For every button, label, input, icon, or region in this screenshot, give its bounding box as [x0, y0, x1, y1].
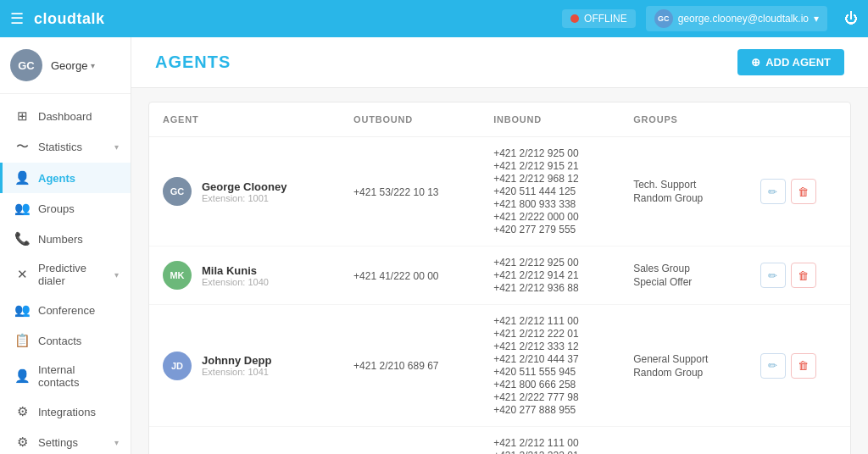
sidebar-user: GC George ▾ [0, 37, 131, 94]
sidebar-item-dashboard[interactable]: ⊞ Dashboard [0, 101, 131, 131]
edit-button[interactable]: ✏ [760, 263, 786, 288]
table-container: AGENT OUTBOUND INBOUND GROUPS GC George … [131, 88, 868, 454]
main-layout: GC George ▾ ⊞ Dashboard 〜 Statistics ▾ 👤… [0, 37, 868, 454]
col-actions [747, 102, 850, 137]
dialer-icon: ✕ [14, 267, 30, 282]
inbound-number: +421 2/212 968 12 [493, 173, 606, 185]
sidebar-username[interactable]: George ▾ [51, 59, 95, 72]
agent-cell: GC George Clooney Extension: 1001 [149, 137, 340, 246]
group-name: Random Group [633, 367, 733, 379]
agent-name: Johnny Depp [202, 354, 271, 367]
sidebar-item-integrations[interactable]: ⚙ Integrations [0, 396, 131, 427]
integrations-icon: ⚙ [14, 404, 30, 419]
table-row: RZ Renee Zellweger Extension: 1004 +421 … [149, 427, 850, 455]
sidebar-item-groups[interactable]: 👥 Groups [0, 193, 131, 224]
sidebar-item-label: Integrations [38, 406, 119, 418]
agent-avatar: GC [163, 177, 192, 206]
inbound-number: +421 2/222 777 98 [493, 391, 606, 403]
outbound-number: +421 53/222 10 13 [353, 186, 438, 198]
power-icon[interactable]: ⏻ [844, 11, 858, 26]
sidebar-item-label: Contacts [38, 335, 119, 347]
sidebar-item-conference[interactable]: 👥 Conference [0, 295, 131, 325]
sidebar: GC George ▾ ⊞ Dashboard 〜 Statistics ▾ 👤… [0, 37, 131, 454]
inbound-number: +420 277 279 555 [493, 224, 606, 235]
edit-button[interactable]: ✏ [760, 353, 786, 379]
topbar: ☰ cloudtalk OFFLINE GC george.clooney@cl… [0, 0, 868, 37]
agent-extension: Extension: 1001 [202, 193, 287, 203]
group-name: Sales Group [633, 263, 733, 274]
agent-cell: JD Johnny Depp Extension: 1041 [149, 305, 340, 427]
menu-icon[interactable]: ☰ [10, 9, 24, 28]
col-outbound: OUTBOUND [340, 102, 480, 137]
actions-cell: ✏ 🗑 [747, 246, 850, 305]
edit-button[interactable]: ✏ [760, 179, 786, 204]
content-header: AGENTS ⊕ ADD AGENT [131, 37, 868, 88]
settings-icon: ⚙ [14, 435, 30, 450]
statistics-icon: 〜 [14, 139, 30, 155]
app-logo: cloudtalk [34, 10, 105, 28]
inbound-cell: +421 2/212 925 00+421 2/212 915 21+421 2… [480, 137, 620, 246]
agent-extension: Extension: 1040 [202, 277, 269, 287]
inbound-number: +421 2/212 914 21 [493, 269, 606, 281]
groups-icon: 👥 [14, 201, 30, 216]
delete-button[interactable]: 🗑 [791, 353, 816, 379]
table-row: GC George Clooney Extension: 1001 +421 5… [149, 137, 850, 246]
outbound-number: +421 41/222 00 00 [353, 270, 438, 282]
user-email: george.clooney@cloudtalk.io [678, 13, 809, 25]
chevron-down-icon: ▾ [114, 438, 119, 447]
actions-cell: ✏ 🗑 [747, 427, 850, 455]
agent-cell: RZ Renee Zellweger Extension: 1004 [149, 427, 340, 455]
sidebar-item-internal-contacts[interactable]: 👤 Internal contacts [0, 356, 131, 396]
outbound-cell: +421 41/222 00 00 [340, 246, 480, 305]
groups-cell: Sales GroupSpecial Offer [620, 246, 747, 305]
sidebar-item-numbers[interactable]: 📞 Numbers [0, 224, 131, 254]
inbound-number: +420 511 444 125 [493, 185, 606, 197]
sidebar-item-contacts[interactable]: 📋 Contacts [0, 325, 131, 356]
sidebar-item-label: Numbers [38, 233, 119, 246]
agent-avatar: JD [163, 352, 192, 380]
add-agent-button[interactable]: ⊕ ADD AGENT [737, 49, 844, 75]
inbound-number: +421 2/212 222 01 [493, 328, 606, 340]
inbound-cell: +421 2/212 111 00+421 2/212 222 01+421 2… [480, 305, 620, 427]
sidebar-item-agents[interactable]: 👤 Agents [0, 163, 131, 193]
chevron-down-icon: ▾ [814, 13, 819, 25]
page-title: AGENTS [155, 53, 231, 72]
inbound-number: +421 2/210 444 37 [493, 353, 606, 365]
agents-table-card: AGENT OUTBOUND INBOUND GROUPS GC George … [148, 102, 851, 454]
inbound-number: +420 277 888 955 [493, 404, 606, 416]
inbound-number: +421 2/212 333 12 [493, 340, 606, 352]
sidebar-item-statistics[interactable]: 〜 Statistics ▾ [0, 131, 131, 163]
inbound-number: +421 2/212 915 21 [493, 160, 606, 172]
delete-button[interactable]: 🗑 [791, 179, 816, 204]
outbound-number: +421 2/210 689 67 [353, 360, 438, 372]
inbound-cell: +421 2/212 111 00+421 2/212 222 01+421 2… [480, 427, 620, 455]
contacts-icon: 📋 [14, 333, 30, 348]
agent-extension: Extension: 1041 [202, 367, 271, 377]
agent-avatar: MK [163, 261, 192, 290]
agent-icon: 👤 [14, 170, 30, 185]
inbound-number: +421 2/212 925 00 [493, 147, 606, 159]
sidebar-item-label: Agents [38, 172, 119, 185]
inbound-cell: +421 2/212 925 00+421 2/212 914 21+421 2… [480, 246, 620, 305]
groups-cell: Sales Group [620, 427, 747, 455]
sidebar-nav: ⊞ Dashboard 〜 Statistics ▾ 👤 Agents 👥 Gr… [0, 94, 131, 454]
sidebar-item-predictive-dialer[interactable]: ✕ Predictive dialer ▾ [0, 254, 131, 295]
group-name: Random Group [633, 192, 733, 204]
inbound-number: +421 2/212 111 00 [493, 315, 606, 327]
group-name: Special Offer [633, 276, 733, 288]
inbound-number: +421 2/212 111 00 [493, 437, 606, 449]
outbound-cell: +421 53/222 10 13 [340, 137, 480, 246]
sidebar-item-settings[interactable]: ⚙ Settings ▾ [0, 427, 131, 454]
dashboard-icon: ⊞ [14, 108, 30, 124]
agents-table: AGENT OUTBOUND INBOUND GROUPS GC George … [149, 102, 850, 454]
inbound-number: +421 2/212 222 01 [493, 450, 606, 454]
delete-button[interactable]: 🗑 [791, 263, 816, 288]
inbound-number: +421 2/212 925 00 [493, 257, 606, 269]
agent-name: George Clooney [202, 180, 287, 193]
user-menu[interactable]: GC george.clooney@cloudtalk.io ▾ [646, 6, 827, 31]
table-row: MK Mila Kunis Extension: 1040 +421 41/22… [149, 246, 850, 305]
sidebar-item-label: Groups [38, 202, 119, 215]
actions-cell: ✏ 🗑 [747, 305, 850, 427]
status-indicator[interactable]: OFFLINE [562, 9, 636, 28]
sidebar-item-label: Dashboard [38, 110, 119, 123]
